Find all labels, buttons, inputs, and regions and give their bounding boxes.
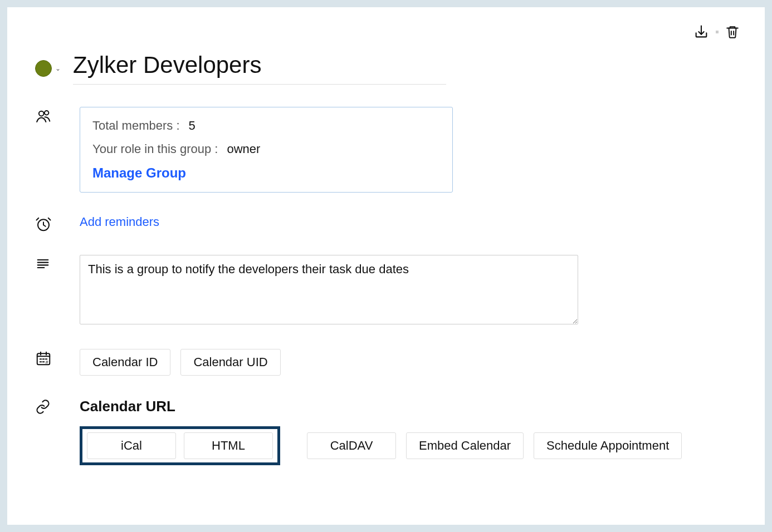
- color-dot-icon: [35, 60, 52, 77]
- embed-calendar-button[interactable]: Embed Calendar: [406, 432, 524, 459]
- group-settings-panel: ⌄ Zylker Developers Total members : 5: [7, 7, 765, 525]
- separator-dot: [716, 31, 719, 33]
- export-icon[interactable]: [693, 24, 709, 40]
- members-icon: [35, 108, 52, 125]
- ical-button[interactable]: iCal: [87, 432, 176, 459]
- role-label: Your role in this group :: [92, 142, 218, 156]
- description-icon: [35, 256, 51, 272]
- calendar-id-button[interactable]: Calendar ID: [80, 349, 170, 376]
- header-row: ⌄ Zylker Developers: [35, 52, 737, 85]
- calendar-url-heading: Calendar URL: [80, 398, 682, 415]
- caldav-button[interactable]: CalDAV: [307, 432, 396, 459]
- group-title[interactable]: Zylker Developers: [73, 52, 446, 85]
- schedule-appointment-button[interactable]: Schedule Appointment: [534, 432, 682, 459]
- highlighted-url-options: iCal HTML: [80, 426, 280, 465]
- chevron-down-icon: ⌄: [55, 65, 61, 72]
- link-icon: [35, 399, 51, 415]
- total-members-label: Total members :: [92, 119, 180, 133]
- members-card: Total members : 5 Your role in this grou…: [80, 107, 453, 193]
- svg-text:#: #: [46, 359, 48, 365]
- reminders-section: Add reminders: [35, 215, 737, 233]
- top-actions: [693, 24, 740, 40]
- trash-icon[interactable]: [725, 24, 740, 40]
- color-picker[interactable]: ⌄: [35, 60, 63, 77]
- html-button[interactable]: HTML: [184, 432, 273, 459]
- svg-point-1: [45, 111, 49, 115]
- role-value: owner: [227, 142, 260, 156]
- alarm-icon: [35, 216, 52, 233]
- calendar-id-icon: #: [35, 350, 52, 367]
- calendar-url-section: Calendar URL iCal HTML CalDAV Embed Cale…: [35, 398, 737, 465]
- add-reminders-link[interactable]: Add reminders: [80, 215, 159, 229]
- description-section: [35, 255, 737, 327]
- calendar-uid-button[interactable]: Calendar UID: [180, 349, 280, 376]
- calendar-id-section: # Calendar ID Calendar UID: [35, 349, 737, 376]
- total-members-value: 5: [189, 119, 196, 133]
- description-textarea[interactable]: [80, 255, 578, 324]
- members-section: Total members : 5 Your role in this grou…: [35, 107, 737, 193]
- svg-point-0: [39, 111, 44, 116]
- manage-group-link[interactable]: Manage Group: [92, 165, 440, 181]
